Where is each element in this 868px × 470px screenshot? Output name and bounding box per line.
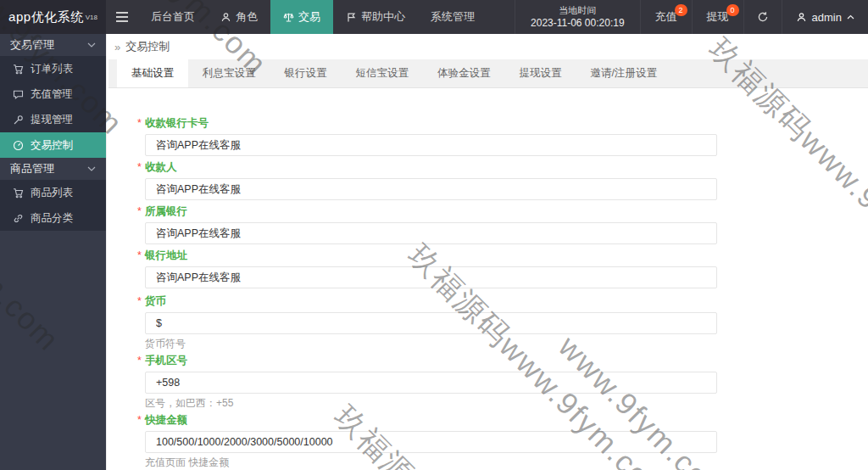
sidebar-item-label: 商品列表 xyxy=(31,186,73,200)
recharge-label: 充值 xyxy=(655,9,677,25)
sidebar-item-recharge-management[interactable]: 充值管理 xyxy=(0,81,106,107)
tab-bank-settings[interactable]: 银行设置 xyxy=(270,59,342,87)
sidebar-section-trade-management[interactable]: 交易管理 xyxy=(0,34,106,56)
breadcrumb-arrows-icon: » xyxy=(114,41,120,53)
sidebar-item-order-list[interactable]: 订单列表 xyxy=(0,56,106,81)
person-icon xyxy=(220,12,231,23)
bank-name-input[interactable] xyxy=(145,222,717,244)
withdraw-button[interactable]: 提现 0 xyxy=(692,0,743,34)
sidebar-section-product-management[interactable]: 商品管理 xyxy=(0,158,106,180)
sidebar-item-label: 订单列表 xyxy=(31,62,73,76)
sidebar-item-label: 交易控制 xyxy=(31,138,73,153)
scales-icon xyxy=(283,12,294,23)
bank-address-input[interactable] xyxy=(145,266,717,288)
bank-card-number-input[interactable] xyxy=(145,134,717,156)
basic-settings-form: 收款银行卡号 收款人 所属银行 银行地址 货币 货币符号 手机区号 区号，如 xyxy=(107,88,868,468)
chevron-down-icon xyxy=(87,166,96,171)
user-menu[interactable]: admin xyxy=(782,0,868,34)
payee-input[interactable] xyxy=(145,178,717,200)
wrench-icon xyxy=(13,115,24,126)
app-logo: app优化系统 V18 xyxy=(0,0,106,34)
header-right: 当地时间 2023-11-06 00:20:19 充值 2 提现 0 admin xyxy=(515,0,868,34)
nav-help-label: 帮助中心 xyxy=(361,9,405,25)
form-field-bank-card-number: 收款银行卡号 xyxy=(145,118,868,156)
main-content: » 交易控制 基础设置 利息宝设置 银行设置 短信宝设置 体验金设置 提现设置 … xyxy=(106,34,868,470)
form-field-bank-name: 所属银行 xyxy=(145,206,868,244)
app-version: V18 xyxy=(86,14,97,21)
withdraw-badge: 0 xyxy=(726,4,739,16)
field-label: 手机区号 xyxy=(145,355,868,366)
nav-roles-label: 角色 xyxy=(236,9,258,25)
caret-up-icon xyxy=(847,14,854,20)
field-label: 收款银行卡号 xyxy=(145,118,868,129)
recharge-button[interactable]: 充值 2 xyxy=(640,0,692,34)
field-hint: 货币符号 xyxy=(145,339,868,350)
chevron-down-icon xyxy=(87,42,96,48)
form-field-bank-address: 银行地址 xyxy=(145,250,868,288)
cart-icon xyxy=(13,64,24,75)
nav-home-label: 后台首页 xyxy=(151,9,195,25)
field-label: 快捷金额 xyxy=(145,415,868,426)
sidebar-item-label: 商品分类 xyxy=(31,211,73,226)
nav-item-roles[interactable]: 角色 xyxy=(208,0,270,34)
nav-item-system[interactable]: 系统管理 xyxy=(418,0,487,34)
tab-withdraw-settings[interactable]: 提现设置 xyxy=(505,59,576,87)
breadcrumb: » 交易控制 xyxy=(107,34,868,59)
sidebar-item-label: 提现管理 xyxy=(31,113,73,127)
user-icon xyxy=(796,12,807,23)
local-time: 当地时间 2023-11-06 00:20:19 xyxy=(515,0,640,34)
local-time-value: 2023-11-06 00:20:19 xyxy=(531,17,625,30)
currency-input[interactable] xyxy=(145,312,717,334)
top-nav: 后台首页 角色 交易 帮 xyxy=(138,0,487,34)
sidebar-section-label: 交易管理 xyxy=(10,37,54,53)
field-label: 收款人 xyxy=(145,162,868,173)
settings-tabs: 基础设置 利息宝设置 银行设置 短信宝设置 体验金设置 提现设置 邀请/注册设置 xyxy=(108,59,868,88)
field-hint: 区号，如巴西：+55 xyxy=(145,398,868,409)
breadcrumb-label: 交易控制 xyxy=(125,39,170,54)
sidebar-item-withdraw-management[interactable]: 提现管理 xyxy=(0,107,106,132)
sidebar-item-label: 充值管理 xyxy=(31,87,73,102)
menu-toggle-icon[interactable] xyxy=(106,0,138,34)
withdraw-label: 提现 xyxy=(707,9,729,25)
refresh-icon[interactable] xyxy=(743,0,782,34)
local-time-label: 当地时间 xyxy=(559,4,596,17)
tab-interest-settings[interactable]: 利息宝设置 xyxy=(188,59,270,87)
form-field-currency: 货币 货币符号 xyxy=(145,296,868,350)
phone-area-code-input[interactable] xyxy=(145,372,717,394)
sidebar-item-product-category[interactable]: 商品分类 xyxy=(0,205,106,231)
form-field-quick-amount: 快捷金额 充值页面 快捷金额 xyxy=(145,415,868,468)
sidebar-item-product-list[interactable]: 商品列表 xyxy=(0,180,106,205)
tab-basic-settings[interactable]: 基础设置 xyxy=(117,59,188,87)
cart-icon xyxy=(13,187,24,199)
nav-item-help[interactable]: 帮助中心 xyxy=(333,0,418,34)
app-title: app优化系统 xyxy=(8,9,84,25)
recharge-badge: 2 xyxy=(675,4,687,16)
nav-item-home[interactable]: 后台首页 xyxy=(138,0,208,34)
field-label: 所属银行 xyxy=(145,206,868,217)
nav-system-label: 系统管理 xyxy=(431,9,475,25)
sidebar: 交易管理 订单列表 充值管理 xyxy=(0,34,106,470)
field-label: 货币 xyxy=(145,296,868,307)
tab-sms-settings[interactable]: 短信宝设置 xyxy=(342,59,424,87)
nav-trade-label: 交易 xyxy=(298,9,320,25)
nav-item-trade[interactable]: 交易 xyxy=(270,0,333,34)
gauge-icon xyxy=(13,140,24,151)
tab-trial-fund-settings[interactable]: 体验金设置 xyxy=(423,59,505,87)
form-field-payee: 收款人 xyxy=(145,162,868,200)
quick-amount-input[interactable] xyxy=(145,431,717,453)
flag-icon xyxy=(346,12,357,23)
form-field-phone-area-code: 手机区号 区号，如巴西：+55 xyxy=(145,355,868,409)
field-label: 银行地址 xyxy=(145,250,868,261)
comment-icon xyxy=(13,89,24,100)
top-header: app优化系统 V18 后台首页 角色 交易 xyxy=(0,0,868,34)
tab-invite-register-settings[interactable]: 邀请/注册设置 xyxy=(576,59,671,87)
link-icon xyxy=(13,213,24,224)
sidebar-item-trade-control[interactable]: 交易控制 xyxy=(0,132,106,158)
username: admin xyxy=(812,11,842,24)
field-hint: 充值页面 快捷金额 xyxy=(145,457,868,468)
sidebar-section-label: 商品管理 xyxy=(10,161,54,176)
